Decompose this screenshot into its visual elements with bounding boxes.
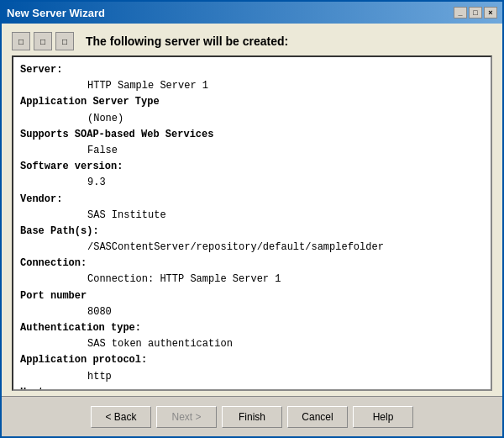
server-value: HTTP Sample Server 1 bbox=[20, 78, 484, 94]
software-version-value: 9.3 bbox=[20, 175, 484, 191]
connection-value: Connection: HTTP Sample Server 1 bbox=[20, 272, 484, 288]
host-label: Host name: bbox=[20, 385, 484, 391]
vendor-label: Vendor: bbox=[20, 192, 484, 208]
title-bar: New Server Wizard _ □ × bbox=[2, 2, 502, 24]
port-label: Port number bbox=[20, 288, 484, 304]
app-server-type-label: Application Server Type bbox=[20, 94, 484, 110]
port-value: 8080 bbox=[20, 304, 484, 320]
wizard-window: New Server Wizard _ □ × □ □ □ The follow… bbox=[0, 0, 504, 438]
soap-value: False bbox=[20, 143, 484, 159]
server-label: Server: bbox=[20, 62, 484, 78]
finish-button[interactable]: Finish bbox=[222, 406, 282, 428]
soap-label: Supports SOAP-based Web Services bbox=[20, 127, 484, 143]
wizard-icon-1: □ bbox=[12, 32, 30, 50]
window-title: New Server Wizard bbox=[7, 7, 105, 19]
wizard-heading: The following server will be created: bbox=[86, 34, 288, 48]
close-button[interactable]: × bbox=[484, 7, 497, 18]
maximize-button[interactable]: □ bbox=[469, 7, 482, 18]
back-button[interactable]: < Back bbox=[91, 406, 151, 428]
wizard-icon-2: □ bbox=[34, 32, 52, 50]
app-protocol-value: http bbox=[20, 369, 484, 385]
minimize-button[interactable]: _ bbox=[454, 7, 467, 18]
help-button[interactable]: Help bbox=[353, 406, 413, 428]
connection-label: Connection: bbox=[20, 256, 484, 272]
app-protocol-label: Application protocol: bbox=[20, 352, 484, 368]
cancel-button[interactable]: Cancel bbox=[287, 406, 348, 428]
base-path-label: Base Path(s): bbox=[20, 224, 484, 240]
app-server-type-value: (None) bbox=[20, 111, 484, 127]
title-bar-left: New Server Wizard bbox=[7, 7, 105, 19]
auth-type-label: Authentication type: bbox=[20, 320, 484, 336]
software-version-label: Software version: bbox=[20, 159, 484, 175]
wizard-icon-3: □ bbox=[55, 32, 74, 50]
server-info-box: Server: HTTP Sample Server 1 Application… bbox=[12, 55, 492, 391]
next-button[interactable]: Next > bbox=[156, 406, 217, 428]
wizard-header: □ □ □ The following server will be creat… bbox=[2, 24, 502, 55]
title-bar-controls: _ □ × bbox=[454, 7, 497, 18]
base-path-value: /SASContentServer/repository/default/sam… bbox=[20, 240, 484, 256]
auth-type-value: SAS token authentication bbox=[20, 336, 484, 352]
button-bar: < Back Next > Finish Cancel Help bbox=[2, 396, 502, 436]
content-area: Server: HTTP Sample Server 1 Application… bbox=[2, 55, 502, 396]
vendor-value: SAS Institute bbox=[20, 208, 484, 224]
wizard-icon-group: □ □ □ bbox=[12, 32, 74, 50]
